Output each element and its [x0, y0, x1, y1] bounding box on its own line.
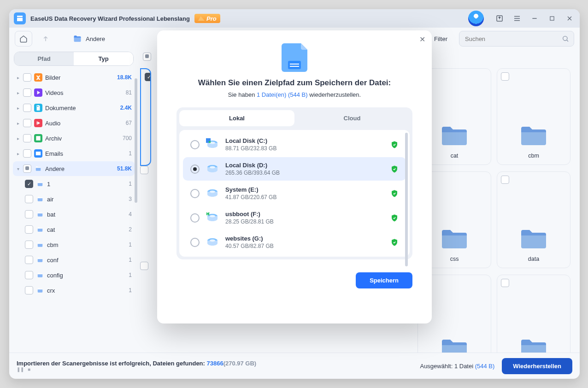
checkbox[interactable]: [25, 256, 33, 264]
share-icon[interactable]: [494, 13, 505, 24]
up-button[interactable]: [37, 31, 54, 47]
disk-icon: [206, 163, 219, 176]
breadcrumb[interactable]: Andere: [73, 34, 105, 43]
select-all-checkbox[interactable]: [143, 53, 151, 61]
disk-usbboot (F:)[interactable]: usbboot (F:) 28.25 GB/28.81 GB: [183, 206, 406, 229]
checkbox[interactable]: [25, 195, 33, 203]
tree-Archiv[interactable]: ▸ Archiv 700: [13, 131, 135, 146]
subfolder-1[interactable]: ✓ 1 1: [22, 176, 135, 191]
tab-local[interactable]: Lokal: [179, 110, 294, 126]
checkbox[interactable]: [140, 262, 148, 270]
maximize-button[interactable]: [547, 13, 558, 24]
checkbox[interactable]: [23, 104, 31, 112]
subfolder-crx[interactable]: crx 1: [22, 283, 135, 298]
disklist-scrollbar[interactable]: [405, 133, 408, 266]
radio[interactable]: [190, 189, 200, 198]
radio[interactable]: [190, 140, 200, 149]
radio[interactable]: [190, 213, 200, 223]
file-cell-cbm[interactable]: cbm: [497, 68, 570, 165]
shield-icon: [390, 238, 399, 247]
storage-tabs: Lokal Cloud: [179, 110, 410, 126]
file-cell-selected[interactable]: ✓: [140, 68, 151, 166]
checkbox[interactable]: [25, 241, 33, 249]
svg-point-16: [210, 190, 215, 193]
disk-Local Disk (D:)[interactable]: Local Disk (D:) 265.36 GB/393.64 GB: [183, 157, 406, 181]
minimize-button[interactable]: [529, 13, 540, 24]
checkbox[interactable]: [25, 210, 33, 218]
breadcrumb-label: Andere: [86, 35, 105, 42]
modal-title: Wählen Sie einen Zielpfad zum Speichern …: [157, 78, 432, 88]
checkbox[interactable]: [23, 73, 31, 82]
checkbox[interactable]: [501, 279, 509, 287]
restore-button[interactable]: Wiederherstellen: [502, 358, 572, 374]
radio[interactable]: [190, 238, 200, 247]
svg-rect-4: [290, 64, 299, 65]
disk-icon: [206, 212, 219, 224]
tree-Bilder[interactable]: ▸ Bilder 18.8K: [13, 70, 135, 85]
checkbox[interactable]: [25, 225, 33, 234]
tree-Andere[interactable]: ▾ Andere 51.8K: [13, 161, 135, 176]
Andere-icon: [34, 165, 42, 173]
shield-icon: [390, 214, 399, 222]
menu-icon[interactable]: [512, 13, 523, 24]
tab-cloud[interactable]: Cloud: [294, 110, 410, 126]
subfolder-config[interactable]: config 1: [22, 268, 135, 282]
save-button[interactable]: Speichern: [356, 272, 412, 288]
disk-System (E:)[interactable]: System (E:) 41.87 GB/220.67 GB: [183, 182, 406, 205]
pro-badge: Pro: [194, 14, 220, 23]
import-status: Importieren der Scanergebnisse ist erfol…: [17, 360, 256, 367]
radio[interactable]: [190, 165, 200, 174]
Audio-icon: [34, 119, 42, 127]
checkbox[interactable]: [23, 119, 31, 127]
modal-close-button[interactable]: ✕: [419, 35, 425, 44]
checkbox[interactable]: [501, 176, 509, 184]
checkbox[interactable]: [501, 72, 509, 81]
disk-icon: [206, 236, 219, 249]
sidebar-scrollbar[interactable]: [135, 78, 137, 203]
tab-type[interactable]: Typ: [74, 52, 133, 65]
checkbox[interactable]: [140, 166, 148, 174]
pause-icon[interactable]: ❚❚: [17, 367, 24, 372]
file-cell-data[interactable]: data: [497, 171, 570, 268]
checkbox[interactable]: ✓: [25, 180, 33, 188]
checkbox[interactable]: [23, 134, 31, 142]
folder-icon: [36, 210, 44, 218]
disk-websites (G:)[interactable]: websites (G:) 40.57 GB/82.87 GB: [183, 230, 406, 254]
titlebar: EaseUS Data Recovery Wizard Professional…: [9, 9, 580, 28]
checkbox[interactable]: [25, 271, 33, 279]
svg-rect-11: [206, 141, 208, 143]
shield-icon: [390, 165, 399, 173]
search-input[interactable]: [464, 35, 562, 43]
save-icon: [282, 43, 307, 72]
home-button[interactable]: [15, 31, 32, 47]
folder-icon: [36, 256, 44, 264]
tree-Emails[interactable]: ▸ Emails 1: [13, 146, 135, 161]
subfolder-cbm[interactable]: cbm 1: [22, 237, 135, 252]
subfolder-bat[interactable]: bat 4: [22, 207, 135, 222]
tab-path[interactable]: Pfad: [14, 52, 74, 65]
checkbox[interactable]: [23, 88, 31, 97]
disk-Local Disk (C:)[interactable]: Local Disk (C:) 88.71 GB/232.83 GB: [183, 133, 406, 156]
checkbox[interactable]: ✓: [145, 73, 151, 81]
modal-subtitle: Sie haben 1 Datei(en) (544 B) wiederherz…: [157, 91, 432, 98]
avatar-icon[interactable]: [468, 11, 484, 26]
tree-Videos[interactable]: ▸ Videos 81: [13, 85, 135, 100]
subfolder-cat[interactable]: cat 2: [22, 222, 135, 237]
subfolder-air[interactable]: air 3: [22, 192, 135, 206]
file-cell-unnamed[interactable]: [497, 275, 570, 353]
close-window-button[interactable]: [564, 13, 575, 24]
subfolder-conf[interactable]: conf 1: [22, 253, 135, 267]
sidebar-tabs: Pfad Typ: [14, 52, 134, 66]
tree-Dokumente[interactable]: ▸ Dokumente 2.4K: [13, 100, 135, 115]
checkbox[interactable]: [23, 165, 31, 173]
svg-rect-10: [209, 138, 211, 140]
app-title: EaseUS Data Recovery Wizard Professional…: [30, 15, 190, 22]
Emails-icon: [34, 149, 42, 158]
folder-icon: [441, 228, 468, 249]
checkbox[interactable]: [23, 149, 31, 158]
search-icon[interactable]: [562, 35, 569, 42]
Bilder-icon: [34, 73, 42, 82]
checkbox[interactable]: [25, 286, 33, 294]
stop-icon[interactable]: ■: [28, 367, 30, 372]
tree-Audio[interactable]: ▸ Audio 67: [13, 116, 135, 130]
